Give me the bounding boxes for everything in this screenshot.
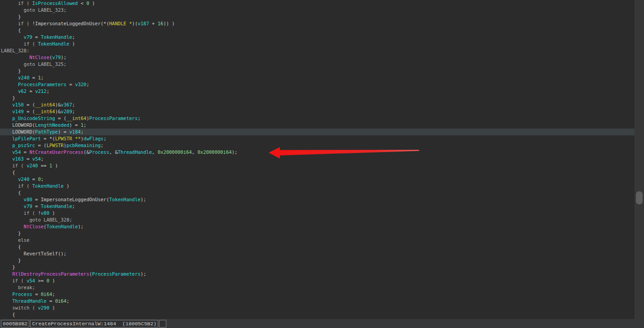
code-line[interactable]: goto LABEL_325;	[0, 61, 635, 68]
code-line[interactable]: if ( !ImpersonateLoggedOnUser(*(HANDLE *…	[0, 20, 635, 27]
code-line[interactable]: {	[0, 311, 635, 318]
code-line[interactable]: v62 = v212;	[0, 88, 635, 95]
status-bar: 0005B9B2 CreateProcessInternalW:1484 (18…	[0, 319, 644, 328]
code-line[interactable]: if ( IsProcessAllowed < 0 )	[0, 0, 635, 7]
code-line[interactable]: p_UnicodeString = (__int64)ProcessParame…	[0, 115, 635, 122]
code-line[interactable]: else	[0, 237, 635, 244]
code-line[interactable]: v163 = v54;	[0, 156, 635, 162]
code-line[interactable]: if ( !v80 )	[0, 210, 635, 217]
code-line[interactable]: v79 = TokenHandle;	[0, 203, 635, 210]
code-line[interactable]: {	[0, 189, 635, 196]
code-line[interactable]: LODWORD(LengthNeeded) = 1;	[0, 122, 635, 129]
code-line[interactable]: RevertToSelf();	[0, 250, 635, 257]
code-line[interactable]: goto LABEL_323;	[0, 7, 635, 14]
code-line[interactable]: NtClose(v79);	[0, 54, 635, 61]
code-line[interactable]: v240 = 1;	[0, 74, 635, 81]
code-line[interactable]: if ( TokenHandle )	[0, 183, 635, 189]
code-line[interactable]: }	[0, 68, 635, 74]
code-line[interactable]: NtClose(TokenHandle);	[0, 223, 635, 230]
code-line[interactable]: ProcessParameters = v320;	[0, 81, 635, 88]
code-line[interactable]: v149 = (__int64)&v289;	[0, 108, 635, 115]
decompiler-code-view[interactable]: if ( IsProcessAllowed < 0 ) goto LABEL_3…	[0, 0, 635, 319]
code-line[interactable]: p_pszSrc = (LPWSTR)pcbRemaining;	[0, 142, 635, 149]
code-line[interactable]: {	[0, 244, 635, 250]
code-line[interactable]: }	[0, 264, 635, 271]
code-line[interactable]: }	[0, 95, 635, 102]
code-line[interactable]: goto LABEL_328;	[0, 217, 635, 223]
code-line[interactable]: {	[0, 169, 635, 176]
code-line[interactable]: Process = 0i64;	[0, 291, 635, 298]
code-line[interactable]: v79 = TokenHandle;	[0, 34, 635, 41]
decompiler-window: if ( IsProcessAllowed < 0 ) goto LABEL_3…	[0, 0, 644, 328]
code-line[interactable]: }	[0, 14, 635, 20]
code-line[interactable]: v150 = (__int64)&v367;	[0, 102, 635, 108]
code-line[interactable]: v240 = 0;	[0, 176, 635, 183]
status-extra	[159, 320, 166, 328]
code-line[interactable]: if ( v240 == 1 )	[0, 162, 635, 169]
code-line[interactable]: {	[0, 27, 635, 34]
code-line[interactable]: LABEL_328:	[0, 47, 635, 54]
scrollbar-thumb[interactable]	[636, 191, 643, 204]
code-line[interactable]: lpFilePart = *(LPWSTR **)dwFlags;	[0, 135, 635, 142]
code-line[interactable]: v54 = NtCreateUserProcess(&Process, &Thr…	[0, 149, 635, 156]
code-line[interactable]: }	[0, 257, 635, 264]
code-line[interactable]: }	[0, 230, 635, 237]
code-line[interactable]: if ( TokenHandle )	[0, 41, 635, 47]
code-line[interactable]: LODWORD(PathType) = v184;	[0, 129, 635, 135]
code-line[interactable]: ThreadHandle = 0i64;	[0, 298, 635, 305]
status-address: 0005B9B2	[1, 320, 29, 328]
code-line[interactable]: switch ( v290 )	[0, 305, 635, 311]
code-line[interactable]: if ( v54 >= 0 )	[0, 277, 635, 284]
code-line[interactable]: v80 = ImpersonateLoggedOnUser(TokenHandl…	[0, 196, 635, 203]
code-line[interactable]: RtlDestroyProcessParameters(ProcessParam…	[0, 271, 635, 277]
status-function-location: CreateProcessInternalW:1484 (18005C5B2)	[30, 320, 158, 328]
vertical-scrollbar[interactable]	[635, 0, 644, 319]
code-line[interactable]: break;	[0, 284, 635, 291]
